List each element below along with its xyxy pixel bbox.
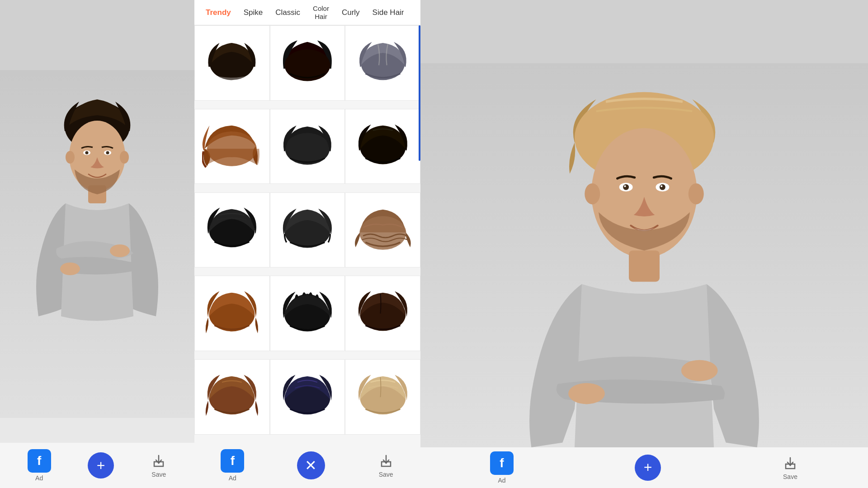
svg-point-37 xyxy=(681,360,718,381)
left-ad-label: Ad xyxy=(35,474,43,482)
hair-style-14[interactable] xyxy=(270,359,345,435)
left-person-photo xyxy=(0,70,194,418)
right-person-photo xyxy=(420,63,868,447)
svg-point-30 xyxy=(689,183,704,204)
hair-svg-13 xyxy=(202,367,262,427)
hair-style-8[interactable] xyxy=(270,192,345,268)
middle-save-label: Save xyxy=(379,471,393,478)
right-top-gray xyxy=(420,0,868,63)
right-save-icon[interactable] xyxy=(782,455,798,471)
svg-point-29 xyxy=(585,183,600,204)
right-bottom-bar: f Ad + Save xyxy=(420,447,868,488)
left-top-gray xyxy=(0,0,194,70)
svg-point-3 xyxy=(66,151,75,164)
tab-spike[interactable]: Spike xyxy=(239,5,268,20)
hair-style-11[interactable] xyxy=(270,276,345,351)
hair-style-10[interactable] xyxy=(194,276,270,351)
svg-point-38 xyxy=(568,383,605,404)
close-button[interactable]: ✕ xyxy=(297,451,325,479)
hair-svg-8 xyxy=(278,200,337,260)
left-facebook-icon[interactable]: f xyxy=(28,449,51,473)
hair-style-2[interactable] xyxy=(270,25,345,101)
hair-svg-7 xyxy=(202,200,262,260)
middle-save-button[interactable]: Save xyxy=(378,453,394,478)
hair-style-5[interactable] xyxy=(270,109,345,184)
hair-svg-4 xyxy=(202,117,262,176)
tab-classic[interactable]: Classic xyxy=(271,5,305,20)
hair-svg-6 xyxy=(353,117,413,176)
hair-style-6[interactable] xyxy=(345,109,420,184)
svg-point-10 xyxy=(60,263,80,275)
svg-point-6 xyxy=(85,151,89,155)
hair-svg-3 xyxy=(353,33,413,93)
middle-bottom-bar: f Ad ✕ Save xyxy=(194,443,420,488)
left-add-button[interactable]: + xyxy=(88,452,114,479)
right-panel: f Ad + Save xyxy=(420,0,868,488)
left-save-label: Save xyxy=(151,471,166,478)
tab-colorhair[interactable]: ColorHair xyxy=(308,2,334,23)
hair-svg-15 xyxy=(353,367,413,427)
hair-style-1[interactable] xyxy=(194,25,270,101)
left-person-svg xyxy=(20,90,174,398)
hair-style-15[interactable] xyxy=(345,359,420,435)
svg-point-9 xyxy=(110,244,130,257)
hair-style-12[interactable] xyxy=(345,276,420,351)
tab-sidehair[interactable]: Side Hair xyxy=(368,5,409,20)
middle-panel: Trendy Spike Classic ColorHair Curly Sid… xyxy=(194,0,420,488)
right-save-label: Save xyxy=(783,473,797,480)
tab-curly[interactable]: Curly xyxy=(337,5,364,20)
right-person-svg xyxy=(468,63,821,447)
left-panel: f Ad + Save xyxy=(0,0,194,488)
hair-svg-11 xyxy=(278,284,337,343)
tabs-bar: Trendy Spike Classic ColorHair Curly Sid… xyxy=(194,0,420,25)
middle-facebook-button[interactable]: f Ad xyxy=(221,449,244,482)
svg-rect-28 xyxy=(629,250,660,282)
hair-svg-2 xyxy=(278,33,337,93)
scroll-indicator xyxy=(419,25,420,161)
svg-point-36 xyxy=(660,185,662,187)
hair-svg-5 xyxy=(278,117,337,176)
hair-svg-12 xyxy=(353,284,413,343)
left-facebook-button[interactable]: f Ad xyxy=(28,449,51,482)
svg-point-33 xyxy=(624,185,626,187)
hair-style-3[interactable] xyxy=(345,25,420,101)
hair-style-4[interactable] xyxy=(194,109,270,184)
hair-svg-14 xyxy=(278,367,337,427)
svg-point-4 xyxy=(120,151,129,164)
left-bottom-bar: f Ad + Save xyxy=(0,443,194,488)
hair-svg-1 xyxy=(202,33,262,93)
hair-style-7[interactable] xyxy=(194,192,270,268)
hair-svg-10 xyxy=(202,284,262,343)
right-facebook-icon[interactable]: f xyxy=(490,451,514,475)
hair-style-grid xyxy=(194,25,420,443)
svg-point-35 xyxy=(660,184,665,190)
hair-style-9[interactable] xyxy=(345,192,420,268)
svg-point-32 xyxy=(623,184,629,190)
left-save-icon[interactable] xyxy=(151,453,167,469)
middle-save-icon[interactable] xyxy=(378,453,394,469)
right-save-button[interactable]: Save xyxy=(782,455,798,480)
middle-facebook-icon[interactable]: f xyxy=(221,449,244,473)
hair-style-13[interactable] xyxy=(194,359,270,435)
svg-point-15 xyxy=(285,133,330,164)
left-save-button[interactable]: Save xyxy=(151,453,167,478)
svg-point-19 xyxy=(359,216,406,250)
right-add-button[interactable]: + xyxy=(635,455,661,481)
svg-point-8 xyxy=(106,151,109,155)
right-ad-label: Ad xyxy=(498,477,505,484)
middle-ad-label: Ad xyxy=(229,474,236,482)
svg-point-12 xyxy=(284,50,330,81)
right-facebook-button[interactable]: f Ad xyxy=(490,451,514,484)
tab-trendy[interactable]: Trendy xyxy=(201,5,236,20)
hair-svg-9 xyxy=(353,200,413,260)
